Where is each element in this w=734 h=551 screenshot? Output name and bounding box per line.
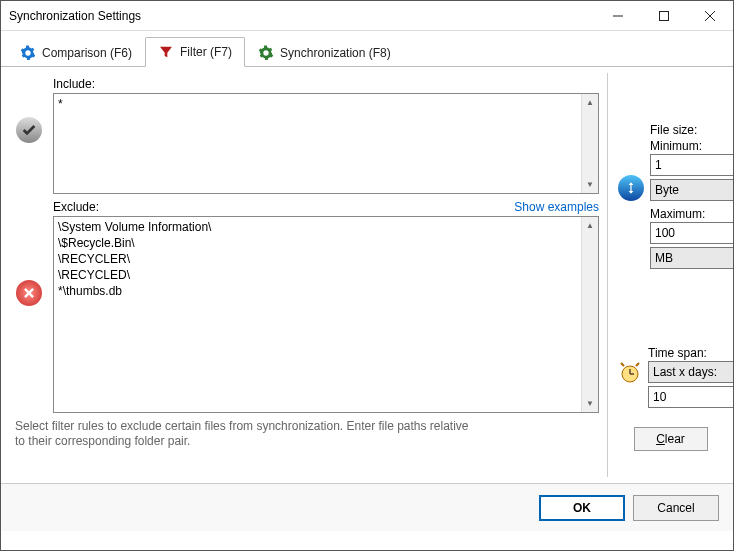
max-value-spinner[interactable]: ▲▼ bbox=[650, 222, 734, 244]
include-label: Include: bbox=[53, 77, 95, 91]
exclude-x-icon bbox=[16, 280, 42, 306]
maximize-button[interactable] bbox=[641, 1, 687, 31]
window-title: Synchronization Settings bbox=[9, 9, 595, 23]
max-unit-value: MB bbox=[655, 251, 673, 265]
max-value-input[interactable] bbox=[651, 223, 734, 243]
clear-button[interactable]: Clear bbox=[634, 427, 708, 451]
filesize-heading: File size: bbox=[650, 123, 734, 137]
scroll-down-icon[interactable]: ▼ bbox=[582, 395, 598, 412]
hint-text: Select filter rules to exclude certain f… bbox=[15, 419, 475, 449]
filesize-icon bbox=[618, 175, 644, 201]
include-check-icon bbox=[16, 117, 42, 143]
cancel-label: Cancel bbox=[657, 501, 694, 515]
cancel-button[interactable]: Cancel bbox=[633, 495, 719, 521]
clear-label: Clear bbox=[656, 432, 685, 446]
close-button[interactable] bbox=[687, 1, 733, 31]
tab-filter[interactable]: Filter (F7) bbox=[145, 37, 245, 67]
min-unit-value: Byte bbox=[655, 183, 679, 197]
gear-green-icon bbox=[258, 45, 274, 61]
tab-comparison[interactable]: Comparison (F6) bbox=[7, 37, 145, 67]
footer: OK Cancel bbox=[1, 483, 733, 531]
scroll-down-icon[interactable]: ▼ bbox=[582, 176, 598, 193]
tab-bar: Comparison (F6) Filter (F7) Synchronizat… bbox=[1, 31, 733, 67]
min-value-input[interactable] bbox=[651, 155, 734, 175]
include-textarea-wrap: ▲ ▼ bbox=[53, 93, 599, 194]
include-scrollbar[interactable]: ▲ ▼ bbox=[581, 94, 598, 193]
max-unit-select[interactable]: MB bbox=[650, 247, 734, 269]
timespan-value-spinner[interactable]: ▲▼ bbox=[648, 386, 734, 408]
timespan-mode-select[interactable]: Last x days: bbox=[648, 361, 734, 383]
minimize-button[interactable] bbox=[595, 1, 641, 31]
funnel-icon bbox=[158, 44, 174, 60]
clock-icon bbox=[618, 360, 642, 384]
ok-button[interactable]: OK bbox=[539, 495, 625, 521]
min-unit-select[interactable]: Byte bbox=[650, 179, 734, 201]
titlebar: Synchronization Settings bbox=[1, 1, 733, 31]
show-examples-link[interactable]: Show examples bbox=[514, 200, 599, 214]
tab-sync[interactable]: Synchronization (F8) bbox=[245, 37, 404, 67]
include-textarea[interactable] bbox=[54, 94, 581, 190]
gear-blue-icon bbox=[20, 45, 36, 61]
svg-rect-1 bbox=[660, 11, 669, 20]
tab-filter-label: Filter (F7) bbox=[180, 45, 232, 59]
exclude-textarea[interactable] bbox=[54, 217, 581, 409]
timespan-value-input[interactable] bbox=[649, 387, 734, 407]
ok-label: OK bbox=[573, 501, 591, 515]
exclude-label: Exclude: bbox=[53, 200, 99, 214]
tab-sync-label: Synchronization (F8) bbox=[280, 46, 391, 60]
tab-comparison-label: Comparison (F6) bbox=[42, 46, 132, 60]
timespan-heading: Time span: bbox=[648, 346, 734, 360]
max-label: Maximum: bbox=[650, 207, 734, 221]
min-label: Minimum: bbox=[650, 139, 734, 153]
scroll-up-icon[interactable]: ▲ bbox=[582, 217, 598, 234]
exclude-textarea-wrap: ▲ ▼ bbox=[53, 216, 599, 413]
timespan-mode-value: Last x days: bbox=[653, 365, 717, 379]
scroll-up-icon[interactable]: ▲ bbox=[582, 94, 598, 111]
min-value-spinner[interactable]: ▲▼ bbox=[650, 154, 734, 176]
exclude-scrollbar[interactable]: ▲ ▼ bbox=[581, 217, 598, 412]
